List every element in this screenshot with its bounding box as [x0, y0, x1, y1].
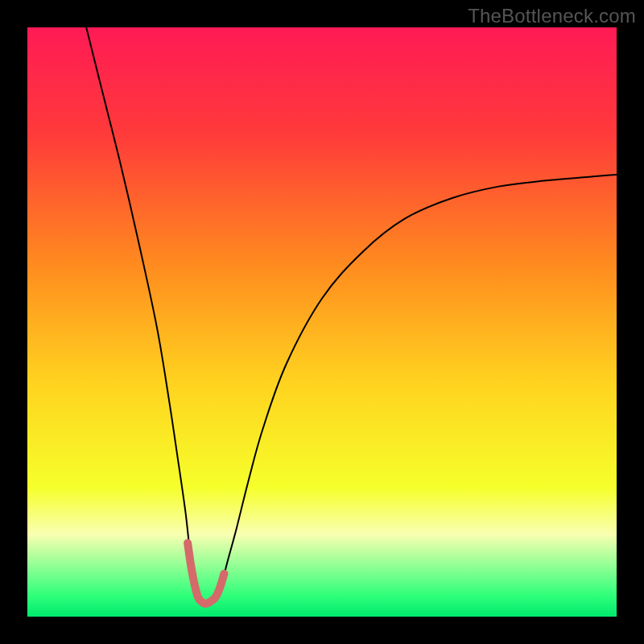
plot-area — [27, 27, 617, 617]
gradient-background — [27, 27, 617, 617]
watermark-label: TheBottleneck.com — [468, 5, 636, 27]
chart-frame: TheBottleneck.com — [0, 0, 644, 644]
bottleneck-chart — [27, 27, 617, 617]
